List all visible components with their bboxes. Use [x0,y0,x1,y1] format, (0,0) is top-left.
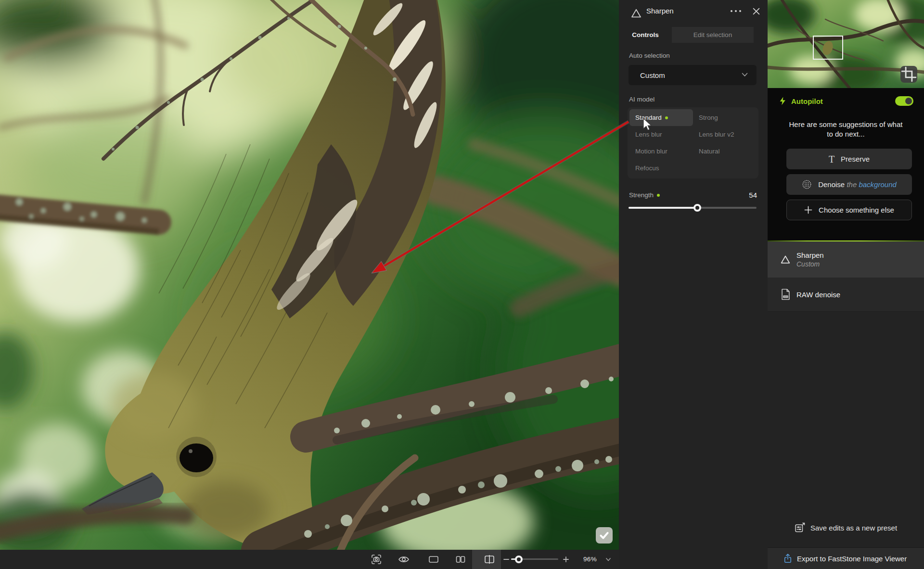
model-lens-blur-v2[interactable]: Lens blur v2 [693,126,757,143]
lightning-icon [779,97,786,105]
bird-eye [180,443,213,472]
auto-selection-value: Custom [640,71,665,79]
zoom-level[interactable]: 96% [577,556,603,563]
strength-value: 54 [749,191,757,199]
toggle-knob [905,98,912,104]
crop-button[interactable] [900,66,917,83]
strength-slider-fill [629,207,694,209]
navigator-thumbnail[interactable] [768,0,924,88]
model-standard[interactable]: Standard [629,109,693,126]
split-compare-view-icon[interactable] [484,554,495,565]
autopilot-section: Autopilot Here are some suggestions of w… [768,88,924,241]
chevron-down-icon [742,73,748,77]
bird-photo [0,0,619,550]
edit-detail: Custom [796,260,824,268]
panel-title: Sharpen [646,7,674,15]
tab-controls[interactable]: Controls [619,27,672,43]
sharpen-icon [630,7,642,20]
single-view-icon[interactable] [428,554,439,565]
preview-eye-icon[interactable] [398,554,410,565]
check-icon [596,527,613,544]
right-sidebar: Autopilot Here are some suggestions of w… [768,0,924,569]
snapshot-icon[interactable] [371,554,382,565]
autopilot-toggle[interactable] [895,96,913,106]
modified-dot [657,194,660,197]
raw-file-icon [781,289,791,300]
preset-icon [794,522,806,533]
model-lens-blur[interactable]: Lens blur [629,126,693,143]
auto-selection-label: Auto selection [629,52,670,59]
viewer-toolbar: 96% [0,550,619,569]
model-strong[interactable]: Strong [693,109,757,126]
export-share-icon [783,553,793,564]
auto-selection-dropdown[interactable]: Custom [629,65,757,85]
model-natural[interactable]: Natural [693,143,757,160]
side-by-side-view-icon[interactable] [455,554,466,565]
text-tool-icon: T [829,154,834,164]
app-window: 96% Sharpen Controls Edit selection Auto… [0,0,924,569]
denoise-article: the [847,180,857,189]
confirm-selection-button[interactable] [596,527,613,544]
denoise-target: background [859,180,896,189]
zoom-out-icon[interactable] [500,554,512,565]
crop-icon [900,66,917,83]
photo-canvas[interactable] [0,0,619,550]
suggestions-heading: Here are some suggestions of what to do … [768,120,924,139]
zoom-chevron-down-icon[interactable] [603,554,614,565]
panel-close-button[interactable] [750,5,762,17]
suggestion-choose-button[interactable]: Choose something else [786,200,912,220]
close-icon [753,8,760,15]
sharpen-icon [780,254,791,266]
edit-name: RAW denoise [796,291,840,299]
tab-edit-selection[interactable]: Edit selection [672,27,754,43]
strength-row: Strength 54 [629,191,757,199]
zoom-slider-handle[interactable] [515,556,523,563]
panel-tabs: Controls Edit selection [619,27,768,43]
strength-slider-handle[interactable] [693,204,701,212]
denoise-action: Denoise [818,180,845,189]
dotted-sphere-icon [802,179,812,190]
strength-label: Strength [629,191,654,199]
export-button[interactable]: Export to FastStone Image Viewer [768,547,924,569]
modified-dot [665,116,668,119]
suggestion-preserve-button[interactable]: T Preserve [786,149,912,169]
edit-item-sharpen[interactable]: Sharpen Custom [768,241,924,278]
zoom-in-icon[interactable] [560,554,572,565]
sharpen-panel: Sharpen Controls Edit selection Auto sel… [619,0,768,569]
panel-menu-button[interactable] [729,5,743,17]
plus-icon [804,206,812,214]
autopilot-title: Autopilot [791,97,823,105]
model-refocus[interactable]: Refocus [629,160,693,177]
navigator-viewport-box[interactable] [813,36,843,60]
save-preset-button[interactable]: Save edits as a new preset [768,516,924,540]
edit-item-raw-denoise[interactable]: RAW denoise [768,278,924,312]
ai-model-grid: Standard Strong Lens blur Lens blur v2 M… [628,107,758,178]
suggestion-denoise-button[interactable]: Denoise the background [786,174,912,195]
model-motion-blur[interactable]: Motion blur [629,143,693,160]
edit-name: Sharpen [796,251,824,259]
ai-model-label: AI model [629,96,654,103]
